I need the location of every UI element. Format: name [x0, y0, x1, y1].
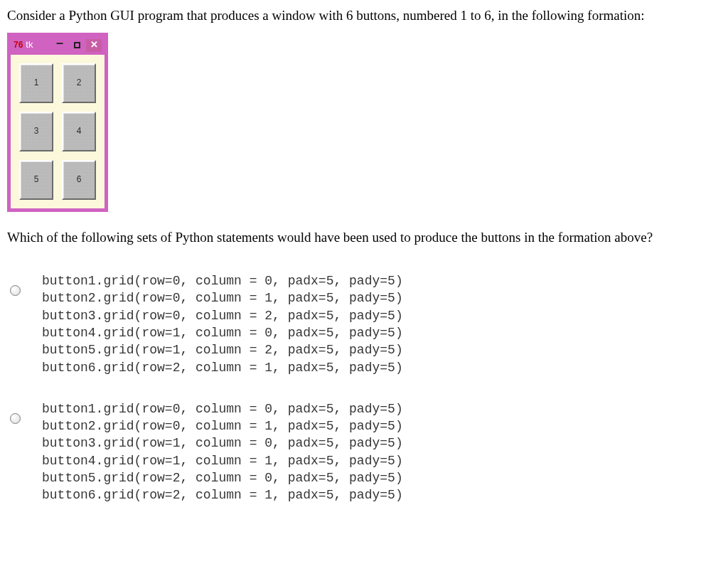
tk-title: tk [26, 38, 33, 52]
tk-button-1[interactable]: 1 [19, 63, 53, 103]
option-a-code: button1.grid(row=0, column = 0, padx=5, … [42, 272, 403, 376]
question-intro: Consider a Python GUI program that produ… [7, 6, 721, 26]
tk-titlebar: 76 tk – ✕ [11, 36, 105, 55]
tk-button-3[interactable]: 3 [19, 112, 53, 151]
option-a[interactable]: button1.grid(row=0, column = 0, padx=5, … [7, 272, 721, 376]
minimize-icon[interactable]: – [52, 36, 68, 49]
option-b[interactable]: button1.grid(row=0, column = 0, padx=5, … [7, 400, 721, 504]
close-icon[interactable]: ✕ [86, 39, 102, 52]
radio-icon[interactable] [10, 413, 21, 424]
tk-button-5[interactable]: 5 [19, 160, 53, 200]
tk-button-6[interactable]: 6 [62, 160, 96, 200]
tk-window: 76 tk – ✕ 1 2 3 4 5 6 [7, 33, 108, 212]
question-prompt: Which of the following sets of Python st… [7, 228, 721, 247]
tk-button-grid: 1 2 3 4 5 6 [11, 55, 105, 208]
option-b-code: button1.grid(row=0, column = 0, padx=5, … [42, 400, 403, 504]
tk-button-2[interactable]: 2 [62, 63, 96, 103]
tk-feather-icon: 76 [14, 39, 23, 51]
radio-icon[interactable] [10, 285, 21, 296]
tk-button-4[interactable]: 4 [62, 112, 96, 151]
maximize-icon[interactable] [69, 39, 85, 52]
